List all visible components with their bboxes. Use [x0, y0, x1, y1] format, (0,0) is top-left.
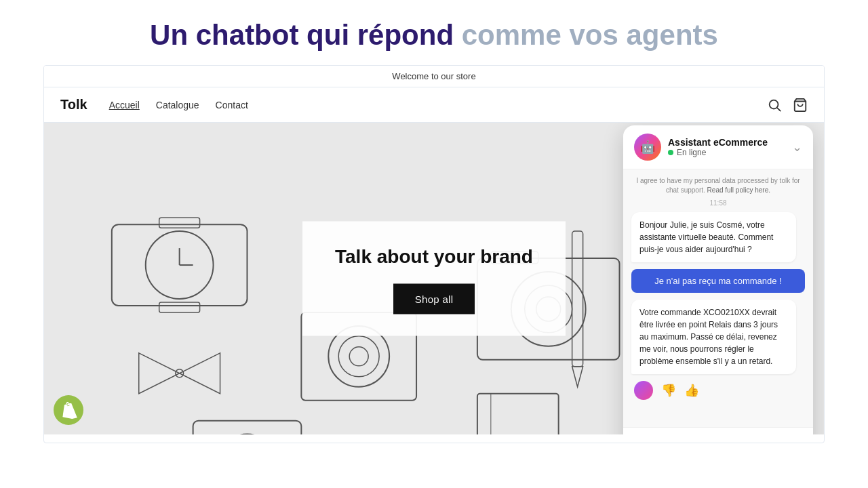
quick-reply-button[interactable]: Je n'ai pas reçu ma commande ! — [631, 269, 805, 293]
store-hero: Talk about your brand Shop all 🤖 Assista… — [44, 123, 824, 434]
greeting-bubble: Bonjour Julie, je suis Cosmé, votre assi… — [631, 212, 796, 262]
store-logo: Tolk — [60, 97, 87, 113]
nav-link-catalogue[interactable]: Catalogue — [156, 100, 199, 110]
chatbot-avatar: 🤖 — [634, 134, 661, 161]
chatbot-input-area: ☰ — [623, 427, 813, 434]
nav-link-accueil[interactable]: Accueil — [109, 100, 140, 110]
collapse-button[interactable]: ⌄ — [792, 140, 802, 155]
hero-heading: Un chatbot qui répond comme vos agents — [0, 0, 868, 65]
nav-icons — [767, 98, 808, 113]
shopify-badge[interactable] — [54, 395, 83, 425]
message-timestamp: 11:58 — [631, 199, 805, 207]
status-dot — [668, 150, 673, 155]
svg-line-1 — [777, 108, 781, 111]
search-icon[interactable] — [767, 98, 782, 113]
chatbot-body: I agree to have my personal data process… — [623, 169, 813, 427]
hero-card-title: Talk about your brand — [335, 246, 533, 268]
hero-card: Talk about your brand Shop all — [302, 222, 566, 336]
cart-icon[interactable] — [793, 98, 808, 113]
response-text: Votre commande XCO0210XX devrait être li… — [639, 308, 778, 366]
store-nav: Tolk Accueil Catalogue Contact — [44, 87, 824, 123]
nav-link-contact[interactable]: Contact — [216, 100, 248, 110]
store-topbar: Welcome to our store — [44, 66, 824, 87]
chatbot-name: Assistant eCommerce — [668, 137, 792, 148]
feedback-avatar — [634, 381, 653, 400]
chatbot-header: 🤖 Assistant eCommerce En ligne ⌄ — [623, 125, 813, 169]
store-frame: Welcome to our store Tolk Accueil Catalo… — [43, 65, 825, 443]
response-bubble: Votre commande XCO0210XX devrait être li… — [631, 300, 796, 374]
consent-link[interactable]: Read full policy here. — [707, 186, 770, 194]
heading-light: comme vos agents — [462, 19, 718, 51]
chatbot-widget: 🤖 Assistant eCommerce En ligne ⌄ I agree… — [623, 125, 813, 434]
shop-all-button[interactable]: Shop all — [393, 284, 475, 314]
thumbs-down-button[interactable]: 👎 — [661, 383, 676, 398]
heading-dark: Un chatbot qui répond — [150, 19, 454, 51]
svg-point-0 — [770, 100, 778, 108]
consent-message: I agree to have my personal data process… — [631, 176, 805, 195]
feedback-row: 👎 👍 — [631, 381, 805, 400]
chatbot-info: Assistant eCommerce En ligne — [668, 137, 792, 157]
topbar-text: Welcome to our store — [392, 71, 475, 81]
thumbs-up-button[interactable]: 👍 — [684, 383, 699, 398]
nav-links: Accueil Catalogue Contact — [109, 100, 767, 110]
chatbot-status: En ligne — [668, 148, 792, 157]
status-text: En ligne — [677, 148, 706, 157]
